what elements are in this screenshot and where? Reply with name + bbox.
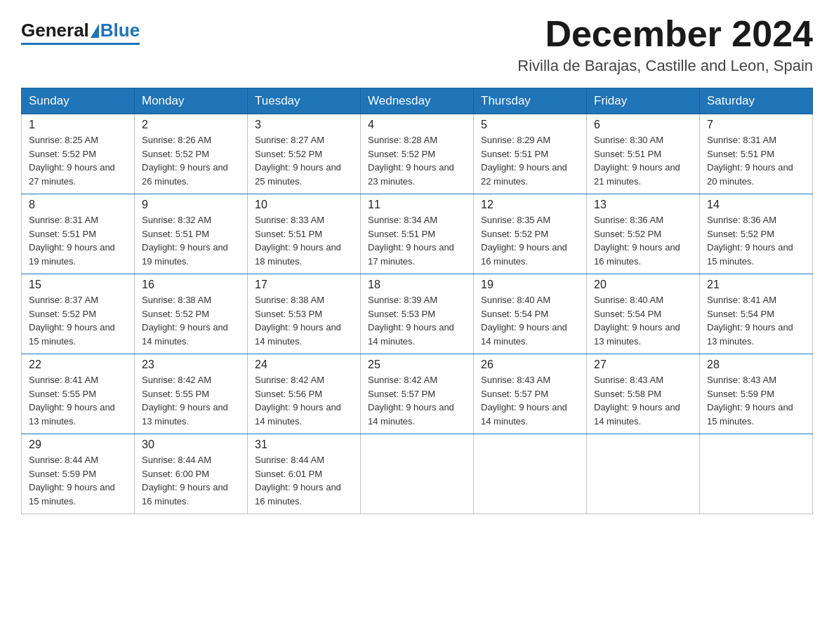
day-number: 6: [594, 119, 692, 131]
page-header: General Blue December 2024 Rivilla de Ba…: [21, 14, 813, 75]
location-title: Rivilla de Barajas, Castille and Leon, S…: [517, 57, 813, 75]
month-title: December 2024: [517, 14, 813, 54]
table-row: 15 Sunrise: 8:37 AMSunset: 5:52 PMDaylig…: [22, 274, 135, 354]
day-info: Sunrise: 8:38 AMSunset: 5:53 PMDaylight:…: [255, 295, 341, 347]
day-info: Sunrise: 8:42 AMSunset: 5:55 PMDaylight:…: [142, 375, 228, 427]
day-number: 25: [368, 358, 466, 371]
table-row: 23 Sunrise: 8:42 AMSunset: 5:55 PMDaylig…: [135, 354, 248, 434]
table-row: 3 Sunrise: 8:27 AMSunset: 5:52 PMDayligh…: [248, 114, 361, 194]
day-number: 18: [368, 279, 466, 291]
table-row: 14 Sunrise: 8:36 AMSunset: 5:52 PMDaylig…: [700, 194, 813, 274]
day-number: 17: [255, 279, 353, 291]
table-row: 31 Sunrise: 8:44 AMSunset: 6:01 PMDaylig…: [248, 434, 361, 514]
table-row: 29 Sunrise: 8:44 AMSunset: 5:59 PMDaylig…: [22, 434, 135, 514]
table-row: 5 Sunrise: 8:29 AMSunset: 5:51 PMDayligh…: [474, 114, 587, 194]
day-number: 5: [481, 119, 579, 131]
col-sunday: Sunday: [22, 88, 135, 114]
col-monday: Monday: [135, 88, 248, 114]
day-info: Sunrise: 8:26 AMSunset: 5:52 PMDaylight:…: [142, 135, 228, 187]
day-info: Sunrise: 8:43 AMSunset: 5:57 PMDaylight:…: [481, 375, 567, 427]
title-block: December 2024 Rivilla de Barajas, Castil…: [517, 14, 813, 75]
day-info: Sunrise: 8:44 AMSunset: 5:59 PMDaylight:…: [29, 455, 115, 507]
calendar-week-row: 22 Sunrise: 8:41 AMSunset: 5:55 PMDaylig…: [22, 354, 813, 434]
table-row: 20 Sunrise: 8:40 AMSunset: 5:54 PMDaylig…: [587, 274, 700, 354]
day-number: 13: [594, 199, 692, 211]
day-info: Sunrise: 8:25 AMSunset: 5:52 PMDaylight:…: [29, 135, 115, 187]
day-info: Sunrise: 8:31 AMSunset: 5:51 PMDaylight:…: [707, 135, 793, 187]
table-row: 16 Sunrise: 8:38 AMSunset: 5:52 PMDaylig…: [135, 274, 248, 354]
table-row: 7 Sunrise: 8:31 AMSunset: 5:51 PMDayligh…: [700, 114, 813, 194]
table-row: 2 Sunrise: 8:26 AMSunset: 5:52 PMDayligh…: [135, 114, 248, 194]
calendar-table: Sunday Monday Tuesday Wednesday Thursday…: [21, 88, 813, 514]
day-number: 29: [29, 438, 127, 451]
day-number: 28: [707, 358, 805, 371]
calendar-week-row: 8 Sunrise: 8:31 AMSunset: 5:51 PMDayligh…: [22, 194, 813, 274]
day-number: 7: [707, 119, 805, 131]
day-info: Sunrise: 8:28 AMSunset: 5:52 PMDaylight:…: [368, 135, 454, 187]
table-row: 8 Sunrise: 8:31 AMSunset: 5:51 PMDayligh…: [22, 194, 135, 274]
table-row: 1 Sunrise: 8:25 AMSunset: 5:52 PMDayligh…: [22, 114, 135, 194]
col-wednesday: Wednesday: [361, 88, 474, 114]
col-saturday: Saturday: [700, 88, 813, 114]
day-info: Sunrise: 8:42 AMSunset: 5:56 PMDaylight:…: [255, 375, 341, 427]
day-number: 14: [707, 199, 805, 211]
table-row: 12 Sunrise: 8:35 AMSunset: 5:52 PMDaylig…: [474, 194, 587, 274]
table-row: 28 Sunrise: 8:43 AMSunset: 5:59 PMDaylig…: [700, 354, 813, 434]
day-info: Sunrise: 8:42 AMSunset: 5:57 PMDaylight:…: [368, 375, 454, 427]
table-row: 9 Sunrise: 8:32 AMSunset: 5:51 PMDayligh…: [135, 194, 248, 274]
day-info: Sunrise: 8:27 AMSunset: 5:52 PMDaylight:…: [255, 135, 341, 187]
table-row: 13 Sunrise: 8:36 AMSunset: 5:52 PMDaylig…: [587, 194, 700, 274]
day-number: 27: [594, 358, 692, 371]
day-info: Sunrise: 8:41 AMSunset: 5:54 PMDaylight:…: [707, 295, 793, 347]
day-info: Sunrise: 8:41 AMSunset: 5:55 PMDaylight:…: [29, 375, 115, 427]
day-number: 11: [368, 199, 466, 211]
day-info: Sunrise: 8:39 AMSunset: 5:53 PMDaylight:…: [368, 295, 454, 347]
day-info: Sunrise: 8:35 AMSunset: 5:52 PMDaylight:…: [481, 215, 567, 267]
table-row: [361, 434, 474, 514]
day-number: 10: [255, 199, 353, 211]
table-row: 4 Sunrise: 8:28 AMSunset: 5:52 PMDayligh…: [361, 114, 474, 194]
day-number: 26: [481, 358, 579, 371]
table-row: 6 Sunrise: 8:30 AMSunset: 5:51 PMDayligh…: [587, 114, 700, 194]
day-info: Sunrise: 8:29 AMSunset: 5:51 PMDaylight:…: [481, 135, 567, 187]
calendar-week-row: 15 Sunrise: 8:37 AMSunset: 5:52 PMDaylig…: [22, 274, 813, 354]
day-number: 4: [368, 119, 466, 131]
day-number: 24: [255, 358, 353, 371]
day-number: 31: [255, 438, 353, 451]
table-row: 11 Sunrise: 8:34 AMSunset: 5:51 PMDaylig…: [361, 194, 474, 274]
table-row: [587, 434, 700, 514]
day-number: 15: [29, 279, 127, 291]
day-info: Sunrise: 8:37 AMSunset: 5:52 PMDaylight:…: [29, 295, 115, 347]
day-info: Sunrise: 8:38 AMSunset: 5:52 PMDaylight:…: [142, 295, 228, 347]
table-row: 18 Sunrise: 8:39 AMSunset: 5:53 PMDaylig…: [361, 274, 474, 354]
day-info: Sunrise: 8:44 AMSunset: 6:01 PMDaylight:…: [255, 455, 341, 507]
day-number: 2: [142, 119, 240, 131]
table-row: 27 Sunrise: 8:43 AMSunset: 5:58 PMDaylig…: [587, 354, 700, 434]
col-friday: Friday: [587, 88, 700, 114]
day-number: 3: [255, 119, 353, 131]
table-row: 21 Sunrise: 8:41 AMSunset: 5:54 PMDaylig…: [700, 274, 813, 354]
day-number: 30: [142, 438, 240, 451]
day-number: 16: [142, 279, 240, 291]
logo-general-text: General: [21, 20, 89, 41]
day-number: 21: [707, 279, 805, 291]
table-row: [474, 434, 587, 514]
day-info: Sunrise: 8:30 AMSunset: 5:51 PMDaylight:…: [594, 135, 680, 187]
day-info: Sunrise: 8:32 AMSunset: 5:51 PMDaylight:…: [142, 215, 228, 267]
calendar-week-row: 29 Sunrise: 8:44 AMSunset: 5:59 PMDaylig…: [22, 434, 813, 514]
day-info: Sunrise: 8:33 AMSunset: 5:51 PMDaylight:…: [255, 215, 341, 267]
logo: General Blue: [21, 14, 140, 45]
day-number: 20: [594, 279, 692, 291]
table-row: 30 Sunrise: 8:44 AMSunset: 6:00 PMDaylig…: [135, 434, 248, 514]
table-row: 10 Sunrise: 8:33 AMSunset: 5:51 PMDaylig…: [248, 194, 361, 274]
day-number: 8: [29, 199, 127, 211]
table-row: 25 Sunrise: 8:42 AMSunset: 5:57 PMDaylig…: [361, 354, 474, 434]
col-tuesday: Tuesday: [248, 88, 361, 114]
day-info: Sunrise: 8:36 AMSunset: 5:52 PMDaylight:…: [707, 215, 793, 267]
day-info: Sunrise: 8:31 AMSunset: 5:51 PMDaylight:…: [29, 215, 115, 267]
logo-blue-text: Blue: [100, 20, 140, 41]
day-info: Sunrise: 8:40 AMSunset: 5:54 PMDaylight:…: [481, 295, 567, 347]
day-info: Sunrise: 8:44 AMSunset: 6:00 PMDaylight:…: [142, 455, 228, 507]
calendar-week-row: 1 Sunrise: 8:25 AMSunset: 5:52 PMDayligh…: [22, 114, 813, 194]
logo-underline: [21, 43, 140, 45]
